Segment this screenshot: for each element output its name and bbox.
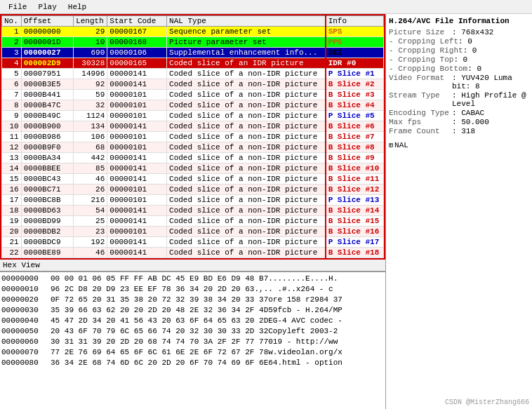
table-row[interactable]: 7 0000B441 59 00000101 Coded slice of a … (2, 90, 384, 100)
cell-no: 9 (2, 111, 22, 121)
hex-bytes: 30 31 31 39 20 2D 20 68 74 74 70 3A 2F 2… (51, 337, 268, 347)
table-row[interactable]: 22 0000BE89 46 00000141 Coded slice of a… (2, 248, 384, 258)
cell-start-code: 00000141 (107, 237, 167, 248)
menu-play[interactable]: Play (32, 1, 62, 13)
hex-ascii: EG-4 AVC codec - (268, 316, 343, 326)
hex-ascii: 64.html - option (268, 358, 343, 368)
menu-help[interactable]: Help (62, 1, 92, 13)
nal-tree-label: NAL (394, 141, 408, 149)
cell-start-code: 00000101 (107, 142, 167, 153)
cell-info: B Slice #16 (326, 227, 384, 237)
hex-addr: 00000050 (1, 326, 51, 337)
table-row[interactable]: 11 0000B986 106 00000101 Coded slice of … (2, 132, 384, 142)
col-nal-type: NAL Type (167, 16, 326, 27)
cell-no: 12 (2, 142, 22, 153)
cell-info: SPS (326, 27, 384, 37)
stream-type-label: Stream Type (389, 91, 452, 108)
cell-nal-type: Coded slice of a non-IDR picture (167, 206, 326, 216)
cell-no: 19 (2, 216, 22, 227)
cropping-right-value: : 0 (463, 46, 477, 55)
table-row[interactable]: 16 0000BC71 26 00000101 Coded slice of a… (2, 185, 384, 195)
table-row[interactable]: 20 0000BDB2 23 00000101 Coded slice of a… (2, 227, 384, 237)
table-row[interactable]: 12 0000B9F0 68 00000101 Coded slice of a… (2, 142, 384, 153)
cell-no: 17 (2, 195, 22, 206)
cell-offset: 0000BC8B (21, 195, 73, 206)
nal-tree-item[interactable]: ⊞ NAL (389, 141, 529, 149)
nal-table-container[interactable]: No. Offset Length Start Code NAL Type In… (0, 14, 385, 260)
cell-nal-type: Coded slice of a non-IDR picture (167, 174, 326, 185)
cell-offset: 0000BDC9 (21, 237, 73, 248)
hex-ascii: .,.. .#..x264 - c (254, 284, 333, 295)
cell-start-code: 00000141 (107, 206, 167, 216)
table-row[interactable]: 13 0000BA34 442 00000141 Coded slice of … (2, 153, 384, 163)
cell-no: 18 (2, 206, 22, 216)
cell-start-code: 00000165 (107, 58, 167, 69)
cell-offset: 00000027 (21, 48, 73, 58)
cell-info: B Slice #12 (326, 185, 384, 195)
table-row[interactable]: 1 00000000 29 00000167 Sequence paramete… (2, 27, 384, 37)
cell-no: 10 (2, 121, 22, 132)
table-row[interactable]: 5 00007951 14996 00000141 Coded slice of… (2, 69, 384, 79)
cropping-bottom-row: - Cropping Bottom : 0 (389, 65, 529, 73)
cell-length: 106 (74, 132, 107, 142)
cell-start-code: 00000141 (107, 216, 167, 227)
cell-length: 192 (74, 237, 107, 248)
cell-start-code: 00000168 (107, 37, 167, 48)
hex-line: 00000010 96 2C D8 20 D9 23 EE EF 78 36 3… (1, 284, 384, 295)
menu-file[interactable]: File (3, 1, 32, 13)
cell-info: B Slice #2 (326, 79, 384, 90)
table-row[interactable]: 17 0000BC8B 216 00000101 Coded slice of … (2, 195, 384, 206)
cell-offset: 0000BD63 (21, 206, 73, 216)
table-row[interactable]: 14 0000BBEE 85 00000141 Coded slice of a… (2, 163, 384, 174)
cropping-right-row: - Cropping Right : 0 (389, 46, 529, 55)
hex-addr: 00000060 (1, 337, 51, 347)
cell-length: 25 (74, 216, 107, 227)
hex-view[interactable]: 00000000 00 00 01 06 05 FF FF AB DC 45 E… (0, 271, 385, 409)
cell-length: 92 (74, 79, 107, 90)
cell-offset: 0000BD99 (21, 216, 73, 227)
table-row[interactable]: 4 000002D9 30328 00000165 Coded slice of… (2, 58, 384, 69)
cell-start-code: 00000141 (107, 79, 167, 90)
cell-info: B Slice #18 (326, 248, 384, 258)
cell-info: B Slice #4 (326, 100, 384, 111)
max-fps-value: : 50.000 (452, 118, 489, 126)
frame-count-value: : 318 (452, 127, 475, 135)
table-row[interactable]: 3 00000027 690 00000106 Supplemental enh… (2, 48, 384, 58)
cell-length: 59 (74, 90, 107, 100)
cell-info: P Slice #5 (326, 111, 384, 121)
cropping-left-label: - Cropping Left (389, 37, 458, 46)
cell-no: 6 (2, 79, 22, 90)
table-row[interactable]: 10 0000B900 134 00000141 Coded slice of … (2, 121, 384, 132)
hex-line: 00000020 0F 72 65 20 31 35 38 20 72 32 3… (1, 295, 384, 305)
table-row[interactable]: 9 0000B49C 1124 00000101 Coded slice of … (2, 111, 384, 121)
tree-expand-icon[interactable]: ⊞ (389, 141, 393, 149)
file-info-section: Picture Size : 768x432 - Cropping Left :… (389, 28, 529, 135)
cell-length: 30328 (74, 58, 107, 69)
cell-info: P Slice #13 (326, 195, 384, 206)
table-row[interactable]: 19 0000BD99 25 00000141 Coded slice of a… (2, 216, 384, 227)
table-row[interactable]: 8 0000B47C 32 00000101 Coded slice of a … (2, 100, 384, 111)
hex-bytes: 77 2E 76 69 64 65 6F 6C 61 6E 2E 6F 72 6… (51, 347, 268, 358)
table-row[interactable]: 15 0000BC43 46 00000141 Coded slice of a… (2, 174, 384, 185)
table-row[interactable]: 21 0000BDC9 192 00000141 Coded slice of … (2, 237, 384, 248)
table-row[interactable]: 18 0000BD63 54 00000141 Coded slice of a… (2, 206, 384, 216)
cell-length: 10 (74, 37, 107, 48)
cell-nal-type: Coded slice of a non-IDR picture (167, 142, 326, 153)
cell-start-code: 00000101 (107, 132, 167, 142)
hex-bytes: 20 43 6F 70 79 6C 65 66 74 20 32 30 30 3… (51, 326, 268, 337)
cell-offset: 00000000 (21, 27, 73, 37)
max-fps-label: Max fps (389, 118, 452, 126)
cell-length: 46 (74, 248, 107, 258)
cell-start-code: 00000141 (107, 248, 167, 258)
cell-nal-type: Coded slice of a non-IDR picture (167, 100, 326, 111)
table-row[interactable]: 6 0000B3E5 92 00000141 Coded slice of a … (2, 79, 384, 90)
cell-length: 54 (74, 206, 107, 216)
hex-line: 00000030 35 39 66 63 62 20 20 2D 20 48 2… (1, 305, 384, 316)
table-row[interactable]: 2 0000001D 10 00000168 Picture parameter… (2, 37, 384, 48)
cropping-right-label: - Cropping Right (389, 46, 463, 55)
cell-offset: 000002D9 (21, 58, 73, 69)
frame-count-label: Frame Count (389, 127, 452, 135)
cell-no: 5 (2, 69, 22, 79)
cell-start-code: 00000141 (107, 69, 167, 79)
cell-length: 442 (74, 153, 107, 163)
